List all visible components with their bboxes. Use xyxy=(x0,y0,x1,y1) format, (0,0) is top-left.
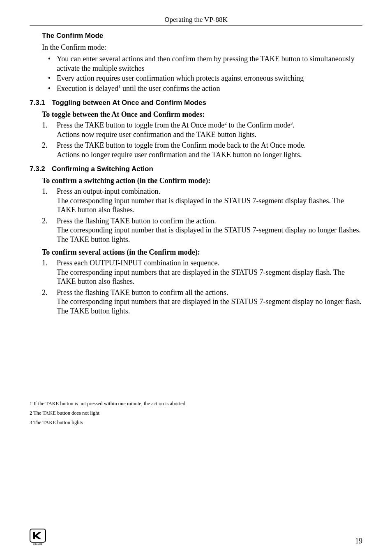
step-body: Press the TAKE button to toggle from the… xyxy=(57,141,362,159)
text-fragment: Press the TAKE button to toggle from the… xyxy=(57,141,306,149)
step-number: 1. xyxy=(42,258,57,286)
text-fragment: to the Confirm mode xyxy=(227,121,291,129)
text-fragment: The corresponding input number that is d… xyxy=(57,226,361,244)
logo-container: KRAMER xyxy=(30,529,46,545)
list-item: 2. Press the flashing TAKE button to con… xyxy=(42,216,362,244)
bullet-icon: • xyxy=(42,54,57,73)
bullet-text: Every action requires user confirmation … xyxy=(57,74,362,83)
step-number: 2. xyxy=(42,141,57,159)
step-body: Press the flashing TAKE button to confir… xyxy=(57,288,362,316)
text-fragment: Press each OUTPUT-INPUT combination in s… xyxy=(57,259,219,267)
step-body: Press an output-input combination. The c… xyxy=(57,187,362,215)
lead-confirm-several: To confirm several actions (in the Confi… xyxy=(42,248,362,257)
toggle-steps: 1. Press the TAKE button to toggle from … xyxy=(42,121,362,159)
text-fragment: The corresponding input numbers that are… xyxy=(57,268,345,286)
heading-confirm-mode: The Confirm Mode xyxy=(42,32,362,40)
text-fragment: Press the flashing TAKE button to confir… xyxy=(57,217,216,225)
heading-text: Confirming a Switching Action xyxy=(52,165,153,173)
step-body: Press the TAKE button to toggle from the… xyxy=(57,121,362,139)
step-number: 2. xyxy=(42,288,57,316)
heading-number: 7.3.2 xyxy=(30,165,52,173)
text-fragment: . xyxy=(293,121,295,129)
step-number: 1. xyxy=(42,187,57,215)
bullet-text: Execution is delayed1 until the user con… xyxy=(57,84,362,93)
text-fragment: Press the TAKE button to toggle from the… xyxy=(57,121,224,129)
heading-7-3-1: 7.3.1 Toggling between At Once and Confi… xyxy=(30,99,362,107)
heading-text: Toggling between At Once and Confirm Mod… xyxy=(52,99,206,107)
list-item: 2. Press the TAKE button to toggle from … xyxy=(42,141,362,159)
kramer-logo-icon xyxy=(30,529,46,543)
confirm-action-steps: 1. Press an output-input combination. Th… xyxy=(42,187,362,244)
list-item: 1. Press an output-input combination. Th… xyxy=(42,187,362,215)
text-fragment: until the user confirms the action xyxy=(120,84,220,93)
footnote-1: 1 If the TAKE button is not pressed with… xyxy=(30,401,362,407)
list-item: • You can enter several actions and then… xyxy=(42,54,362,73)
text-fragment: Press an output-input combination. xyxy=(57,187,160,195)
page-number: 19 xyxy=(355,537,362,545)
step-number: 2. xyxy=(42,216,57,244)
heading-number: 7.3.1 xyxy=(30,99,52,107)
bullet-icon: • xyxy=(42,74,57,83)
heading-7-3-2: 7.3.2 Confirming a Switching Action xyxy=(30,165,362,173)
bullet-text: You can enter several actions and then c… xyxy=(57,54,362,73)
list-item: • Execution is delayed1 until the user c… xyxy=(42,84,362,93)
list-item: • Every action requires user confirmatio… xyxy=(42,74,362,83)
text-fragment: Actions now require user confirmation an… xyxy=(57,130,256,139)
page-footer: KRAMER 19 xyxy=(30,529,362,545)
confirm-intro: In the Confirm mode: xyxy=(42,43,362,52)
footnote-rule xyxy=(30,398,112,398)
list-item: 2. Press the flashing TAKE button to con… xyxy=(42,288,362,316)
list-item: 1. Press the TAKE button to toggle from … xyxy=(42,121,362,139)
confirm-bullets: • You can enter several actions and then… xyxy=(42,54,362,93)
confirm-several-steps: 1. Press each OUTPUT-INPUT combination i… xyxy=(42,258,362,316)
text-fragment: Execution is delayed xyxy=(57,84,118,93)
lead-confirm-action: To confirm a switching action (in the Co… xyxy=(42,176,362,185)
step-number: 1. xyxy=(42,121,57,139)
bullet-icon: • xyxy=(42,84,57,93)
logo-caption: KRAMER xyxy=(30,543,46,545)
text-fragment: Actions no longer require user confirmat… xyxy=(57,151,302,159)
text-fragment: The corresponding input number that is d… xyxy=(57,197,344,214)
text-fragment: Press the flashing TAKE button to confir… xyxy=(57,288,228,297)
step-body: Press the flashing TAKE button to confir… xyxy=(57,216,362,244)
footnote-3: 3 The TAKE button lights xyxy=(30,420,362,426)
footnote-2: 2 The TAKE button does not light xyxy=(30,410,362,416)
lead-toggle: To toggle between the At Once and Confir… xyxy=(42,110,362,119)
list-item: 1. Press each OUTPUT-INPUT combination i… xyxy=(42,258,362,286)
text-fragment: The corresponding input numbers that are… xyxy=(57,297,362,315)
running-header: Operating the VP-88K xyxy=(30,16,362,26)
step-body: Press each OUTPUT-INPUT combination in s… xyxy=(57,258,362,286)
